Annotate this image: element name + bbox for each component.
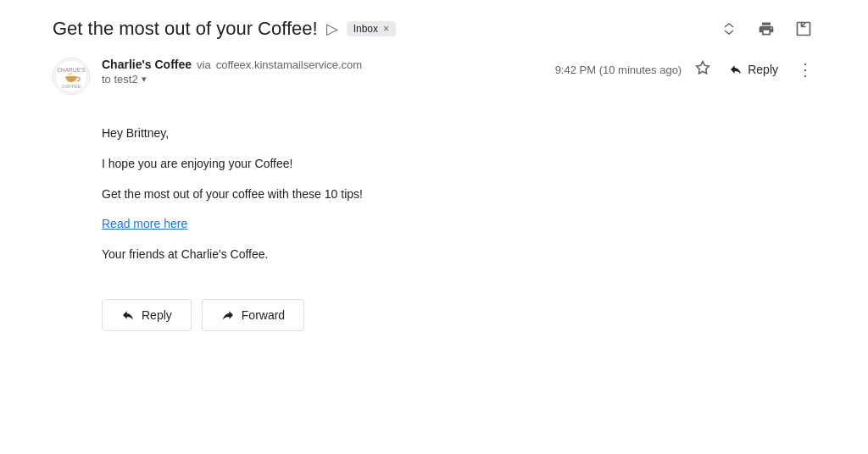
svg-text:CHARLIE'S: CHARLIE'S bbox=[57, 67, 85, 73]
sender-email: coffeex.kinstamailservice.com bbox=[216, 58, 362, 71]
sender-info: Charlie's Coffee via coffeex.kinstamails… bbox=[102, 58, 362, 86]
inbox-badge: Inbox × bbox=[347, 21, 396, 36]
line1: I hope you are enjoying your Coffee! bbox=[102, 154, 815, 174]
svg-marker-6 bbox=[697, 61, 709, 73]
email-header: Get the most out of your Coffee! ▷ Inbox… bbox=[53, 17, 815, 41]
more-icon: ⋮ bbox=[797, 60, 814, 79]
email-container: Get the most out of your Coffee! ▷ Inbox… bbox=[27, 0, 841, 348]
email-subject: Get the most out of your Coffee! bbox=[53, 18, 318, 40]
inbox-badge-label: Inbox bbox=[353, 23, 378, 35]
subject-area: Get the most out of your Coffee! ▷ Inbox… bbox=[53, 18, 396, 40]
external-link-button[interactable] bbox=[792, 17, 815, 41]
inbox-badge-close[interactable]: × bbox=[383, 23, 389, 35]
avatar: CHARLIE'S COFFEE bbox=[53, 58, 90, 95]
print-button[interactable] bbox=[754, 17, 778, 41]
read-more-link[interactable]: Read more here bbox=[102, 217, 187, 230]
svg-text:COFFEE: COFFEE bbox=[62, 84, 81, 89]
sender-right: 9:42 PM (10 minutes ago) Reply ⋮ bbox=[555, 58, 815, 81]
recipient-line: to test2 ▾ bbox=[102, 73, 362, 86]
reply-button-bottom[interactable]: Reply bbox=[102, 299, 192, 331]
bottom-actions: Reply Forward bbox=[53, 299, 815, 331]
recipient-label: to test2 bbox=[102, 73, 138, 86]
line2: Get the most out of your coffee with the… bbox=[102, 185, 815, 205]
sender-name: Charlie's Coffee bbox=[102, 58, 192, 71]
star-button[interactable] bbox=[693, 58, 712, 81]
nav-updown-button[interactable] bbox=[717, 17, 741, 41]
header-actions bbox=[717, 17, 815, 41]
sign-off: Your friends at Charlie's Coffee. bbox=[102, 245, 815, 265]
sender-row: CHARLIE'S COFFEE Charlie's Coffee via co… bbox=[53, 58, 815, 103]
forward-btn-label: Forward bbox=[242, 308, 285, 322]
sender-left: CHARLIE'S COFFEE Charlie's Coffee via co… bbox=[53, 58, 362, 95]
reply-button-header[interactable]: Reply bbox=[724, 59, 783, 80]
timestamp: 9:42 PM (10 minutes ago) bbox=[555, 64, 682, 76]
more-options-button[interactable]: ⋮ bbox=[795, 58, 815, 81]
recipient-dropdown-arrow[interactable]: ▾ bbox=[142, 74, 147, 85]
via-text: via bbox=[197, 58, 211, 71]
sender-name-line: Charlie's Coffee via coffeex.kinstamails… bbox=[102, 58, 362, 71]
reply-btn-bottom-label: Reply bbox=[142, 308, 172, 322]
subject-icon: ▷ bbox=[326, 19, 338, 38]
email-body: Hey Brittney, I hope you are enjoying yo… bbox=[53, 124, 815, 265]
greeting: Hey Brittney, bbox=[102, 124, 815, 144]
forward-button[interactable]: Forward bbox=[202, 299, 304, 331]
reply-btn-header-label: Reply bbox=[748, 63, 778, 76]
